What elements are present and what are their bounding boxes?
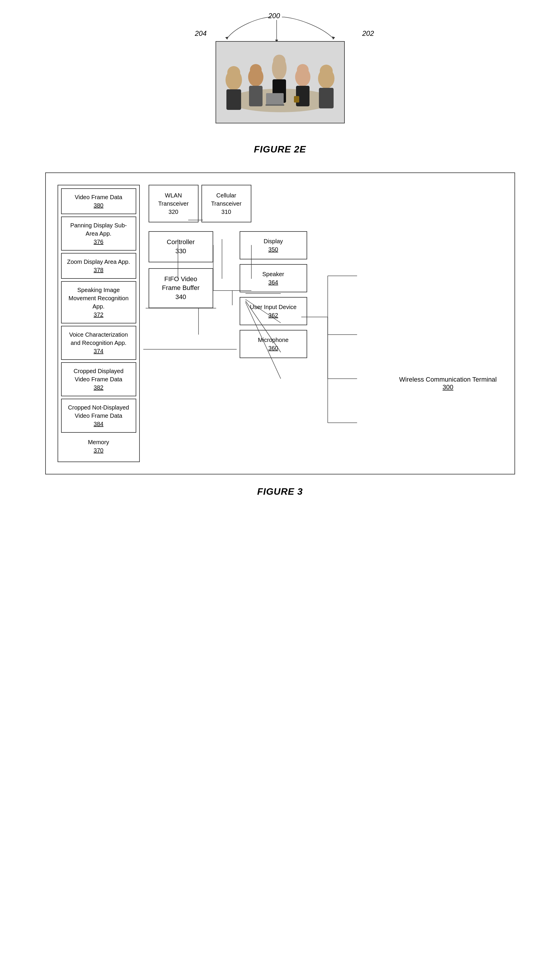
- box-microphone: Microphone 360: [240, 330, 307, 358]
- svg-rect-19: [319, 88, 334, 108]
- diagram-outer-box: Video Frame Data 380 Panning Display Sub…: [45, 173, 515, 474]
- box-cropped-displayed: Cropped Displayed Video Frame Data 382: [61, 362, 136, 396]
- svg-rect-22: [266, 104, 284, 106]
- label-200: 200: [268, 12, 280, 20]
- controller-fifo-column: Controller 330 FIFO Video Frame Buffer 3…: [149, 231, 213, 308]
- box-wlan: WLAN Transceiver 320: [149, 185, 199, 222]
- svg-rect-21: [266, 93, 284, 105]
- label-204: 204: [195, 29, 207, 38]
- figure-3-section: Video Frame Data 380 Panning Display Sub…: [45, 173, 515, 497]
- box-memory: Memory 370: [61, 435, 136, 458]
- main-middle-row: Controller 330 FIFO Video Frame Buffer 3…: [146, 231, 503, 358]
- svg-point-8: [227, 66, 240, 79]
- box-speaking-image: Speaking Image Movement Recognition App.…: [61, 281, 136, 324]
- box-panning-display: Panning Display Sub-Area App. 376: [61, 217, 136, 251]
- svg-rect-10: [249, 86, 263, 106]
- svg-point-17: [297, 64, 308, 76]
- box-zoom-display: Zoom Display Area App. 378: [61, 253, 136, 279]
- box-cropped-not-displayed: Cropped Not-Displayed Video Frame Data 3…: [61, 399, 136, 433]
- box-voice-char: Voice Characterization and Recognition A…: [61, 326, 136, 360]
- transceiver-row: WLAN Transceiver 320 Cellular Transceive…: [149, 185, 252, 222]
- figure-2e-section: 200 204 202: [148, 12, 412, 155]
- right-column: Display 350 Speaker 364 User Input Devic…: [240, 231, 307, 358]
- svg-marker-2: [225, 37, 228, 40]
- box-cellular: Cellular Transceiver 310: [201, 185, 252, 222]
- figure-3-caption: FIGURE 3: [257, 486, 303, 497]
- box-fifo: FIFO Video Frame Buffer 340: [149, 268, 213, 308]
- box-user-input: User Input Device 362: [240, 297, 307, 325]
- svg-point-14: [273, 55, 285, 67]
- box-controller: Controller 330: [149, 231, 213, 262]
- terminal-label: Wireless Communication Terminal 300: [399, 376, 497, 391]
- svg-rect-7: [226, 89, 241, 110]
- meeting-photo-svg: [216, 42, 345, 124]
- svg-rect-23: [294, 96, 299, 103]
- box-speaker: Speaker 364: [240, 264, 307, 292]
- svg-point-11: [250, 64, 262, 76]
- svg-point-20: [320, 65, 333, 78]
- video-frame: [215, 41, 345, 124]
- box-display: Display 350: [240, 231, 307, 259]
- svg-marker-3: [332, 36, 335, 40]
- left-memory-column: Video Frame Data 380 Panning Display Sub…: [57, 185, 140, 462]
- figure-2e-caption: FIGURE 2E: [254, 144, 306, 155]
- label-202: 202: [362, 29, 374, 38]
- box-video-frame-data: Video Frame Data 380: [61, 188, 136, 214]
